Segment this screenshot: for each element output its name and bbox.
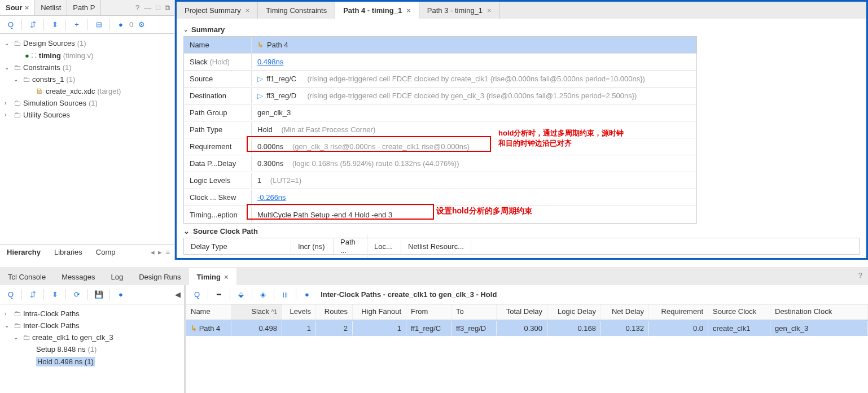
search-icon[interactable]: Q bbox=[190, 287, 204, 302]
search-icon[interactable]: Q bbox=[3, 18, 18, 32]
tree-design-sources[interactable]: ⌄ 🗀 Design Sources (1) bbox=[2, 37, 172, 49]
col-from[interactable]: From bbox=[406, 304, 451, 320]
tab-timing-constraints[interactable]: Timing Constraints bbox=[258, 2, 335, 19]
close-icon[interactable]: × bbox=[224, 273, 229, 281]
collapse-icon[interactable]: ⇵ bbox=[25, 287, 40, 302]
tab-timing[interactable]: Timing× bbox=[189, 268, 236, 285]
tree-count: (1) bbox=[66, 75, 75, 84]
tab-hierarchy[interactable]: Hierarchy bbox=[0, 246, 47, 259]
row-clock-skew[interactable]: Clock ... Skew -0.266ns bbox=[184, 189, 696, 206]
tab-path-properties[interactable]: Path P bbox=[67, 0, 101, 15]
expand-icon[interactable]: ⇕ bbox=[47, 287, 62, 302]
sources-tree: ⌄ 🗀 Design Sources (1) ● ⸬ timing (timin… bbox=[0, 34, 174, 244]
col-incr[interactable]: Incr (ns) bbox=[291, 239, 334, 254]
collapse-panel-icon[interactable]: ◀ bbox=[175, 290, 181, 299]
tab-messages[interactable]: Messages bbox=[54, 268, 103, 285]
waveform-icon[interactable]: ⫼ bbox=[278, 287, 292, 302]
status-icon[interactable]: ● bbox=[113, 18, 128, 32]
source-clock-header[interactable]: ⌄ Source Clock Path bbox=[183, 227, 860, 235]
refresh-icon[interactable]: ⟳ bbox=[69, 287, 84, 302]
menu-icon[interactable]: ≡ bbox=[165, 248, 170, 256]
col-levels[interactable]: Levels bbox=[282, 304, 316, 320]
row-data-path-delay[interactable]: Data P...Delay 0.300ns (logic 0.168ns (5… bbox=[184, 155, 696, 172]
row-destination[interactable]: Destination ▷ff3_reg/D (rising edge-trig… bbox=[184, 88, 696, 104]
tab-sources-label: Sour bbox=[6, 3, 23, 12]
col-net-delay[interactable]: Net Delay bbox=[601, 304, 649, 320]
col-name[interactable]: Name bbox=[186, 304, 231, 320]
add-icon[interactable]: + bbox=[69, 18, 84, 32]
tree-inter-clock[interactable]: ⌄ 🗀 Inter-Clock Paths bbox=[2, 320, 182, 331]
tab-libraries[interactable]: Libraries bbox=[47, 246, 89, 259]
status-icon[interactable]: ● bbox=[113, 287, 128, 302]
tab-project-summary[interactable]: Project Summary× bbox=[177, 2, 258, 19]
expand-icon[interactable]: ⇕ bbox=[47, 18, 62, 32]
gear-icon[interactable]: ⚙ bbox=[134, 18, 149, 32]
tab-sources[interactable]: Sour× bbox=[0, 0, 35, 15]
tree-utility-sources[interactable]: › 🗀 Utility Sources bbox=[2, 109, 172, 121]
tab-path4[interactable]: Path 4 - timing_1× bbox=[335, 2, 419, 19]
tree-timing-file[interactable]: ● ⸬ timing (timing.v) bbox=[2, 49, 172, 62]
status-badge: 0 bbox=[129, 20, 133, 29]
row-slack[interactable]: Slack (Hold) 0.498ns bbox=[184, 54, 696, 71]
row-source[interactable]: Source ▷ff1_reg/C (rising edge-triggered… bbox=[184, 71, 696, 88]
tree-label: Intra-Clock Paths bbox=[23, 309, 80, 318]
collapse-icon[interactable]: ⇵ bbox=[25, 18, 40, 32]
maximize-icon[interactable]: □ bbox=[156, 3, 160, 12]
col-dest-clock[interactable]: Destination Clock bbox=[770, 304, 868, 320]
close-icon[interactable]: × bbox=[25, 3, 29, 12]
tree-constrs-1[interactable]: ⌄ 🗀 constrs_1 (1) bbox=[2, 73, 172, 85]
row-logic-levels[interactable]: Logic Levels 1 (LUT2=1) bbox=[184, 172, 696, 189]
tab-design-runs[interactable]: Design Runs bbox=[131, 268, 188, 285]
help-icon[interactable]: ? bbox=[135, 3, 139, 12]
tab-tcl-console[interactable]: Tcl Console bbox=[0, 268, 54, 285]
tree-sim-sources[interactable]: › 🗀 Simulation Sources (1) bbox=[2, 97, 172, 109]
tree-count: (1) bbox=[77, 39, 86, 47]
col-path[interactable]: Path ... bbox=[334, 234, 367, 258]
col-delay-type[interactable]: Delay Type bbox=[184, 239, 291, 254]
help-icon[interactable]: ? bbox=[853, 268, 868, 285]
highlight-icon[interactable]: ◈ bbox=[256, 287, 270, 302]
col-logic-delay[interactable]: Logic Delay bbox=[547, 304, 601, 320]
col-source-clock[interactable]: Source Clock bbox=[708, 304, 770, 320]
schematic-icon[interactable]: ⬙ bbox=[234, 287, 248, 302]
unknown-icon[interactable]: ⊟ bbox=[91, 18, 106, 32]
tab-netlist[interactable]: Netlist bbox=[35, 0, 67, 15]
col-to[interactable]: To bbox=[451, 304, 497, 320]
detach-icon[interactable]: ⧉ bbox=[165, 3, 170, 12]
col-routes[interactable]: Routes bbox=[316, 304, 353, 320]
tab-path3[interactable]: Path 3 - timing_1× bbox=[419, 2, 500, 19]
minimize-icon[interactable]: — bbox=[144, 3, 151, 12]
tree-constraints[interactable]: ⌄ 🗀 Constraints (1) bbox=[2, 62, 172, 73]
tab-label: Path 3 - timing_1 bbox=[427, 6, 483, 15]
tree-xdc-file[interactable]: 🗎 create_xdc.xdc (target) bbox=[2, 85, 172, 97]
row-label: Source bbox=[184, 71, 252, 86]
col-requirement[interactable]: Requirement bbox=[649, 304, 708, 320]
skew-link[interactable]: -0.266ns bbox=[257, 193, 286, 202]
prev-icon[interactable]: ◂ bbox=[151, 248, 155, 256]
row-name[interactable]: Name ↳Path 4 bbox=[184, 37, 696, 54]
slack-link[interactable]: 0.498ns bbox=[257, 58, 283, 66]
result-row-path4[interactable]: ↳ Path 4 0.498 1 2 1 ff1_reg/C ff3_reg/D… bbox=[186, 320, 868, 336]
col-netlist[interactable]: Netlist Resourc... bbox=[401, 239, 471, 254]
close-icon[interactable]: × bbox=[406, 6, 411, 15]
col-high-fanout[interactable]: High Fanout bbox=[353, 304, 406, 320]
col-loc[interactable]: Loc... bbox=[367, 239, 401, 254]
next-icon[interactable]: ▸ bbox=[158, 248, 162, 256]
tree-clk-group[interactable]: ⌄ 🗀 create_clk1 to gen_clk_3 bbox=[2, 331, 182, 343]
tree-intra-clock[interactable]: › 🗀 Intra-Clock Paths bbox=[2, 308, 182, 320]
save-icon[interactable]: 💾 bbox=[91, 287, 106, 302]
tab-compile-order[interactable]: Comp bbox=[89, 246, 122, 259]
summary-header[interactable]: ⌄ Summary bbox=[183, 25, 860, 34]
annotation-text: hold分析时，通过多周期约束，源时钟 bbox=[498, 129, 624, 137]
row-path-group[interactable]: Path Group gen_clk_3 bbox=[184, 104, 696, 121]
tab-log[interactable]: Log bbox=[103, 268, 131, 285]
tree-setup-result[interactable]: Setup 8.848 ns (1) bbox=[2, 343, 182, 355]
tree-hold-result[interactable]: Hold 0.498 ns (1) bbox=[2, 355, 182, 368]
close-icon[interactable]: × bbox=[487, 6, 492, 15]
status-icon[interactable]: ● bbox=[300, 287, 314, 302]
close-icon[interactable]: × bbox=[246, 6, 250, 15]
col-slack[interactable]: Slack ^1 bbox=[231, 304, 282, 320]
search-icon[interactable]: Q bbox=[3, 287, 18, 302]
col-total-delay[interactable]: Total Delay bbox=[497, 304, 547, 320]
collapse-icon[interactable]: ━ bbox=[212, 287, 226, 302]
